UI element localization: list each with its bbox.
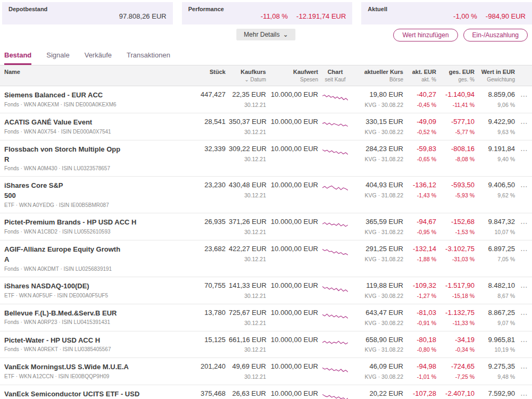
col-header-stueck[interactable]: Stück — [193, 69, 226, 75]
table-row[interactable]: Pictet-Premium Brands - HP USD ACC H Fon… — [0, 213, 532, 240]
aktueller-kurs-cell: 291,25 EUR KVG · 31.08.22 — [352, 245, 403, 262]
card-label: Performance — [188, 6, 346, 12]
ellipsis-icon: ⋯ — [520, 337, 528, 345]
row-menu-button[interactable]: ⋯ — [518, 281, 530, 291]
aktueller-kurs-cell: 284,23 EUR KVG · 31.08.22 — [352, 145, 403, 162]
ellipsis-icon: ⋯ — [520, 146, 528, 154]
row-menu-button[interactable]: ⋯ — [518, 362, 530, 372]
row-menu-button[interactable]: ⋯ — [518, 218, 530, 227]
row-menu-button[interactable]: ⋯ — [518, 309, 530, 318]
stueck-cell: 26,935 — [193, 218, 226, 227]
stueck-cell: 13,780 — [193, 309, 226, 318]
fund-name: Flossbach von Storch Multiple Opp R — [4, 145, 189, 165]
kaufkurs-cell: 22,35 EUR 30.12.21 — [229, 90, 266, 108]
row-menu-button[interactable]: ⋯ — [518, 118, 530, 127]
ges-eur-cell: -724,65 -7,25 % — [439, 362, 475, 380]
fund-name-cell[interactable]: AGIF-Allianz Europe Equity Growth A Fond… — [4, 245, 189, 272]
wert-cell: 9.191,84 9,40 % — [478, 145, 515, 162]
table-row[interactable]: VanEck Morningst.US S.Wide M.U.E.A ETF ·… — [0, 358, 532, 385]
table-row[interactable]: Flossbach von Storch Multiple Opp R Fond… — [0, 140, 532, 177]
row-menu-button[interactable]: ⋯ — [518, 245, 530, 254]
fund-name-cell[interactable]: Bellevue F.(L)-B.Med.&Serv.B EUR Fonds ·… — [4, 309, 189, 326]
table-row[interactable]: ACATIS GANÉ Value Event Fonds · WKN A0X7… — [0, 113, 532, 140]
col-header-kaufwert[interactable]: Kaufwert Spesen — [269, 69, 318, 82]
kaufkurs-cell: 422,27 EUR 30.12.21 — [229, 245, 266, 262]
akt-eur-cell: -136,12 -1,43 % — [406, 181, 436, 198]
akt-eur-cell: -40,27 -0,45 % — [406, 90, 436, 108]
performance-pct: -11,08 % — [261, 12, 288, 20]
fund-name-cell[interactable]: Pictet-Water - HP USD ACC H Fonds · WKN … — [4, 336, 189, 353]
ges-eur-cell: -1.132,75 -11,33 % — [439, 309, 475, 326]
deposit-withdraw-button[interactable]: Ein-/Auszahlung — [463, 29, 528, 41]
col-header-wert[interactable]: Wert in EUR Gewichtung — [478, 69, 515, 82]
wert-cell: 8.482,10 8,67 % — [478, 281, 515, 299]
kaufkurs-cell: 309,22 EUR 30.12.21 — [229, 145, 266, 162]
kaufkurs-cell: 725,67 EUR 30.12.21 — [229, 309, 266, 326]
fund-name-cell[interactable]: Siemens Balanced - EUR ACC Fonds · WKN A… — [4, 90, 189, 107]
col-header-kurs[interactable]: aktueller Kurs Börse — [352, 69, 403, 82]
card-label: Aktuell — [368, 6, 526, 12]
table-row[interactable]: Siemens Balanced - EUR ACC Fonds · WKN A… — [0, 86, 532, 113]
row-menu-button[interactable]: ⋯ — [518, 90, 530, 100]
fund-name-cell[interactable]: iShares Core S&P 500 ETF · WKN A0YEDG · … — [4, 181, 189, 208]
table-row[interactable]: iShares Core S&P 500 ETF · WKN A0YEDG · … — [0, 177, 532, 213]
fund-name-cell[interactable]: ACATIS GANÉ Value Event Fonds · WKN A0X7… — [4, 118, 189, 135]
fund-name-cell[interactable]: VanEck Semiconductor UCITS ETF - USD ACC… — [4, 389, 189, 399]
col-header-ges-eur[interactable]: ges. EUR ges. % — [439, 69, 475, 82]
fund-name-cell[interactable]: Pictet-Premium Brands - HP USD ACC H Fon… — [4, 218, 189, 235]
tab-signale[interactable]: Signale — [46, 51, 69, 65]
col-header-name[interactable]: Name — [4, 69, 189, 75]
chart-cell — [321, 90, 349, 103]
chevron-down-icon: ⌄ — [283, 31, 288, 38]
ellipsis-icon: ⋯ — [520, 363, 528, 372]
fund-name: VanEck Morningst.US S.Wide M.U.E.A — [4, 362, 189, 372]
fund-name-cell[interactable]: Flossbach von Storch Multiple Opp R Fond… — [4, 145, 189, 172]
akt-eur-cell: -49,09 -0,52 % — [406, 118, 436, 135]
wert-cell: 7.592,90 7,76 % — [478, 389, 515, 399]
ellipsis-icon: ⋯ — [520, 390, 528, 399]
add-value-button[interactable]: Wert hinzufügen — [393, 29, 458, 41]
kaufkurs-cell: 26,63 EUR 30.12.21 — [229, 389, 266, 399]
table-row[interactable]: Bellevue F.(L)-B.Med.&Serv.B EUR Fonds ·… — [0, 304, 532, 331]
aktueller-kurs-cell: 404,93 EUR KVG · 31.08.22 — [352, 181, 403, 198]
akt-eur-cell: -59,83 -0,65 % — [406, 145, 436, 162]
more-details-button[interactable]: Mehr Details ⌄ — [236, 29, 295, 40]
sparkline-chart — [322, 282, 348, 294]
row-menu-button[interactable]: ⋯ — [518, 336, 530, 345]
sort-caret-icon: ⌄ — [244, 77, 248, 82]
wert-cell: 9.275,35 9,48 % — [478, 362, 515, 380]
fund-name: ACATIS GANÉ Value Event — [4, 118, 189, 128]
wert-cell: 6.897,25 7,05 % — [478, 245, 515, 262]
row-menu-button[interactable]: ⋯ — [518, 389, 530, 399]
table-row[interactable]: VanEck Semiconductor UCITS ETF - USD ACC… — [0, 385, 532, 399]
fund-meta: Fonds · WKN A0KEXM · ISIN DE000A0KEXM6 — [4, 102, 189, 107]
table-row[interactable]: Pictet-Water - HP USD ACC H Fonds · WKN … — [0, 331, 532, 359]
fund-name-cell[interactable]: VanEck Morningst.US S.Wide M.U.E.A ETF ·… — [4, 362, 189, 379]
ges-eur-cell: -34,19 -0,34 % — [439, 336, 475, 353]
col-header-kaufkurs[interactable]: Kaufkurs ⌄ Datum — [229, 69, 266, 82]
fund-name: iShares Core S&P 500 — [4, 181, 189, 201]
akt-eur-cell: -80,18 -0,80 % — [406, 336, 436, 353]
ellipsis-icon: ⋯ — [520, 282, 528, 291]
controls-bar: Mehr Details ⌄ Wert hinzufügen Ein-/Ausz… — [0, 29, 532, 45]
fund-name: AGIF-Allianz Europe Equity Growth A — [4, 245, 189, 265]
kaufwert-cell: 10.000,00 EUR — [269, 218, 318, 227]
ges-eur-cell: -1.140,94 -11,41 % — [439, 90, 475, 108]
ellipsis-icon: ⋯ — [520, 246, 528, 254]
sparkline-chart — [322, 92, 348, 103]
sparkline-chart — [322, 363, 348, 375]
fund-name-cell[interactable]: iShares NASDAQ-100(DE) ETF · WKN A0F5UF … — [4, 281, 189, 298]
row-menu-button[interactable]: ⋯ — [518, 181, 530, 190]
sparkline-chart — [322, 119, 348, 130]
table-row[interactable]: AGIF-Allianz Europe Equity Growth A Fond… — [0, 240, 532, 277]
akt-eur-cell: -81,03 -0,91 % — [406, 309, 436, 326]
table-row[interactable]: iShares NASDAQ-100(DE) ETF · WKN A0F5UF … — [0, 277, 532, 304]
ges-eur-cell: -577,10 -5,77 % — [439, 118, 475, 135]
tab-bestand[interactable]: Bestand — [4, 51, 31, 65]
tab-transaktionen[interactable]: Transaktionen — [127, 51, 170, 65]
stueck-cell: 32,339 — [193, 145, 226, 154]
tab-verkaeufe[interactable]: Verkäufe — [85, 51, 112, 65]
row-menu-button[interactable]: ⋯ — [518, 145, 530, 154]
col-header-akt-eur[interactable]: akt. EUR akt. % — [406, 69, 436, 82]
wert-cell: 8.867,25 9,07 % — [478, 309, 515, 326]
